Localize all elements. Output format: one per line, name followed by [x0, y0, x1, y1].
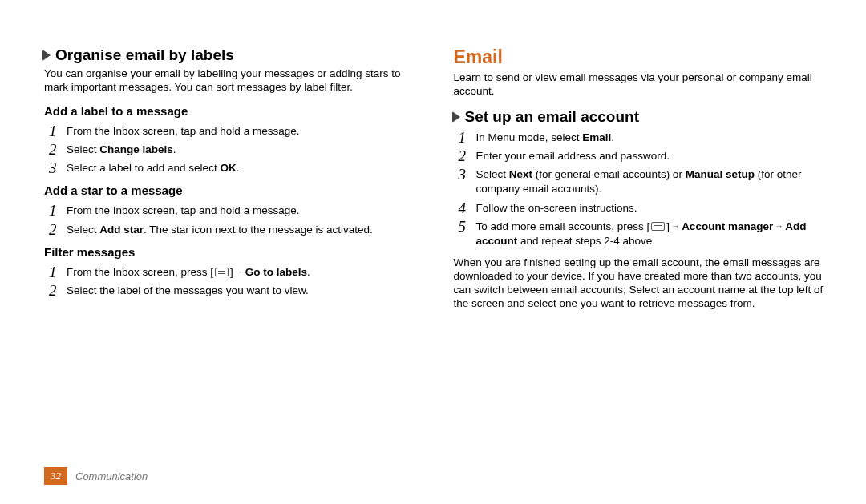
chevron-icon — [452, 111, 460, 123]
after-setup-text: When you are finished setting up the ema… — [454, 256, 825, 311]
step-text: Select Add star. The star icon next to t… — [67, 221, 373, 237]
step-text: In Menu mode, select Email. — [476, 129, 615, 145]
heading-text: Set up an email account — [465, 108, 640, 126]
step: 1 From the Inbox screen, tap and hold a … — [49, 202, 415, 218]
intro-text: Learn to send or view email messages via… — [454, 71, 825, 99]
chevron-icon — [42, 50, 51, 61]
step-text: From the Inbox screen, tap and hold a me… — [67, 202, 299, 218]
step-number: 1 — [49, 264, 67, 280]
arrow-icon: → — [235, 267, 244, 276]
step-text: Select a label to add and select OK. — [67, 159, 239, 175]
step: 5 To add more email accounts, press []→A… — [459, 218, 825, 248]
right-column: Email Learn to send or view email messag… — [454, 46, 825, 321]
step: 1 From the Inbox screen, tap and hold a … — [49, 123, 415, 139]
step: 1 From the Inbox screen, press []→Go to … — [49, 264, 415, 280]
step-text: Select Next (for general email accounts)… — [476, 166, 825, 196]
step-text: From the Inbox screen, press []→Go to la… — [67, 264, 310, 280]
arrow-icon: → — [775, 221, 783, 231]
step-text: From the Inbox screen, tap and hold a me… — [67, 123, 299, 139]
menu-icon — [215, 268, 229, 276]
arrow-icon: → — [671, 221, 680, 231]
heading-organise-email: Organise email by labels — [44, 46, 415, 64]
heading-text: Organise email by labels — [55, 46, 234, 64]
page-footer: 32 Communication — [44, 467, 148, 485]
step-number: 2 — [49, 282, 67, 298]
step-text: To add more email accounts, press []→Acc… — [476, 218, 825, 248]
step: 4 Follow the on-screen instructions. — [459, 200, 825, 216]
page-number: 32 — [44, 467, 67, 485]
step: 3 Select Next (for general email account… — [459, 166, 825, 196]
step: 2 Select Add star. The star icon next to… — [49, 221, 415, 237]
heading-email: Email — [454, 46, 825, 68]
step: 2 Select the label of the messages you w… — [49, 282, 415, 298]
step-text: Enter your email address and password. — [476, 147, 670, 163]
step-number: 1 — [49, 123, 67, 139]
step-number: 1 — [49, 202, 67, 218]
step: 2 Enter your email address and password. — [459, 147, 825, 163]
step-number: 2 — [459, 147, 476, 163]
subheading-filter: Filter messages — [44, 245, 415, 259]
heading-setup-account: Set up an email account — [454, 108, 825, 126]
step: 3 Select a label to add and select OK. — [49, 159, 415, 175]
step-number: 2 — [49, 141, 67, 157]
step: 1 In Menu mode, select Email. — [459, 129, 825, 145]
step-number: 3 — [459, 166, 476, 182]
step-text: Select Change labels. — [67, 141, 176, 157]
step: 2 Select Change labels. — [49, 141, 415, 157]
footer-section: Communication — [75, 470, 148, 482]
step-number: 5 — [459, 218, 476, 234]
intro-text: You can organise your email by labelling… — [44, 67, 415, 95]
menu-icon — [651, 222, 665, 231]
left-column: Organise email by labels You can organis… — [44, 46, 415, 321]
step-number: 4 — [459, 200, 476, 216]
step-number: 1 — [459, 129, 476, 145]
step-text: Select the label of the messages you wan… — [67, 282, 309, 298]
subheading-add-label: Add a label to a message — [44, 104, 415, 118]
step-text: Follow the on-screen instructions. — [476, 200, 637, 216]
subheading-add-star: Add a star to a message — [44, 183, 415, 197]
step-number: 2 — [49, 221, 67, 237]
step-number: 3 — [49, 159, 67, 175]
